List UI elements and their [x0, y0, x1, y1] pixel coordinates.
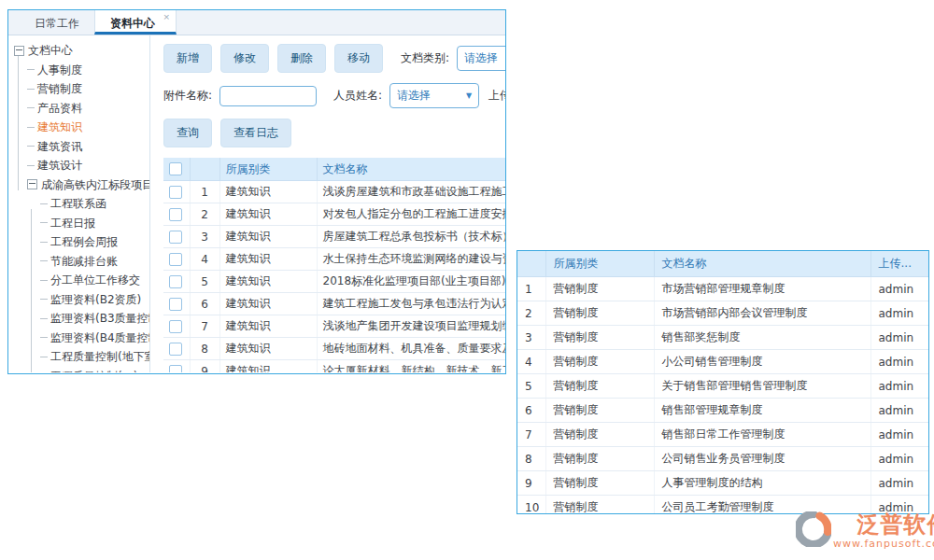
table-row[interactable]: 5建筑知识2018标准化监理项目部(业主项目部)人员... [163, 271, 505, 293]
attachment-name-input[interactable] [219, 86, 317, 106]
tree-item[interactable]: 产品资料 [8, 99, 149, 119]
row-uploader: admin [870, 447, 928, 471]
close-icon[interactable]: × [163, 12, 170, 21]
row-index: 5 [190, 271, 219, 293]
table-row[interactable]: 4建筑知识水土保持生态环境监测网络的建设与资... [163, 248, 505, 271]
upload-date-label-clipped: 上传日期 [488, 88, 505, 104]
tree-item[interactable]: 文档中心 [8, 41, 149, 61]
row-checkbox[interactable] [169, 343, 182, 356]
row-doc-name: 房屋建筑工程总承包投标书（技术标）... [317, 226, 505, 248]
tree-item[interactable]: 工程联系函 [8, 194, 149, 214]
move-button[interactable]: 移动 [334, 44, 383, 73]
table-row[interactable]: 4营销制度小公司销售管理制度admin [517, 350, 928, 374]
tree-item[interactable]: 建筑资讯 [8, 137, 149, 157]
logo-url: www.fanpusoft.com [833, 538, 934, 550]
tree-item[interactable]: 人事制度 [8, 61, 149, 80]
collapse-icon[interactable] [14, 46, 24, 56]
row-doc-name: 2018标准化监理项目部(业主项目部)人员... [317, 271, 505, 293]
tree-item-label: 监理资料(B3质量控制) [50, 309, 150, 329]
tree-tick [27, 127, 35, 128]
doc-category-select[interactable]: 请选择 ▼ [457, 46, 505, 71]
tree-item-label: 建筑知识 [37, 118, 82, 137]
table-row[interactable]: 8营销制度公司销售业务员管理制度admin [517, 447, 928, 471]
row-uploader: admin [870, 471, 928, 496]
tab-data-center-label: 资料中心 [110, 17, 155, 30]
row-category: 营销制度 [545, 374, 654, 399]
row-index: 10 [517, 496, 545, 515]
table-row[interactable]: 6建筑知识建筑工程施工发包与承包违法行为认定... [163, 293, 505, 315]
tree-item[interactable]: 营销制度 [8, 79, 149, 99]
header-index-cell [190, 158, 219, 181]
row-category: 建筑知识 [219, 338, 317, 360]
person-name-label: 人员姓名: [333, 88, 382, 104]
row-doc-name: 销售部日常工作管理制度 [654, 423, 870, 447]
row-index: 6 [517, 399, 545, 423]
table-row[interactable]: 3建筑知识房屋建筑工程总承包投标书（技术标）... [163, 226, 505, 248]
tree-item[interactable]: 成渝高铁内江标段项目 [8, 175, 149, 195]
table-row[interactable]: 9营销制度人事管理制度的结构admin [517, 471, 928, 496]
row-category: 建筑知识 [219, 248, 317, 271]
row-category: 营销制度 [545, 326, 654, 350]
tree-item[interactable]: 节能减排台账 [8, 252, 149, 272]
tree-item[interactable]: 分工单位工作移交 [8, 271, 149, 290]
tree-item[interactable]: 监理资料(B4质量控制) [8, 329, 149, 348]
table-row[interactable]: 1营销制度市场营销部管理规章制度admin [517, 277, 928, 301]
table-row[interactable]: 6营销制度销售部管理规章制度admin [517, 399, 928, 423]
table-row[interactable]: 9建筑知识论大厦新材料、新结构、新技术，新工... [163, 360, 505, 373]
person-name-select[interactable]: 请选择 ▼ [389, 83, 479, 108]
row-checkbox[interactable] [169, 253, 182, 266]
row-index: 8 [517, 447, 545, 471]
doc-category-label: 文档类别: [401, 50, 449, 66]
tree-item[interactable]: 建筑知识 [8, 118, 149, 137]
tree-item-label: 节能减排台账 [50, 252, 118, 272]
row-index: 1 [517, 277, 545, 301]
table-row[interactable]: 2建筑知识对发包人指定分包的工程施工进度安排... [163, 203, 505, 226]
row-checkbox[interactable] [169, 186, 182, 199]
row-index: 8 [190, 338, 219, 360]
view-log-button[interactable]: 查看日志 [220, 119, 291, 147]
row-checkbox[interactable] [169, 365, 182, 372]
collapse-icon[interactable] [27, 179, 37, 189]
tree-tick [40, 357, 48, 357]
row-doc-name: 建筑工程施工发包与承包违法行为认定... [317, 293, 505, 315]
row-doc-name: 公司销售业务员管理制度 [654, 447, 870, 471]
tab-data-center[interactable]: 资料中心 × [94, 10, 177, 35]
row-uploader: admin [870, 374, 928, 399]
tree-tick [27, 146, 35, 147]
row-checkbox[interactable] [169, 298, 182, 311]
delete-button[interactable]: 删除 [277, 44, 326, 73]
tree-item-label: 产品资料 [37, 99, 82, 119]
row-checkbox[interactable] [169, 231, 182, 244]
table-row[interactable]: 2营销制度市场营销部内部会议管理制度admin [517, 301, 928, 326]
fanpu-logo: 泛普软件 www.fanpusoft.com [796, 511, 932, 550]
tree-item[interactable]: 建筑设计 [8, 156, 149, 175]
tree-item[interactable]: 工程质量控制(地下室) [8, 347, 149, 367]
add-button[interactable]: 新增 [163, 44, 212, 73]
row-uploader: admin [870, 326, 928, 350]
tree-item[interactable]: 监理资料(B3质量控制) [8, 309, 149, 329]
tree-item[interactable]: 工程日报 [8, 214, 149, 233]
tree-item[interactable]: 工程例会周报 [8, 232, 149, 252]
tree-item-label: 监理资料(B2资质) [50, 290, 141, 310]
tree-item[interactable]: 监理资料(B2资质) [8, 290, 149, 310]
tree-item-label: 分工单位工作移交 [50, 271, 140, 290]
table-row[interactable]: 7建筑知识浅谈地产集团开发建设项目监理规划编... [163, 315, 505, 338]
tab-daily-work[interactable]: 日常工作 [20, 10, 94, 35]
row-doc-name: 小公司销售管理制度 [654, 350, 870, 374]
row-checkbox[interactable] [169, 275, 182, 288]
toolbar-row-2: 附件名称: 人员姓名: 请选择 ▼ 上传日期 [163, 83, 505, 108]
table-row[interactable]: 7营销制度销售部日常工作管理制度admin [517, 423, 928, 447]
tree-item[interactable]: 工程质量控制(…) [8, 367, 149, 373]
table-row[interactable]: 1建筑知识浅谈房屋建筑和市政基础设施工程施工... [163, 181, 505, 203]
select-all-checkbox[interactable] [169, 162, 182, 175]
row-checkbox-cell [163, 203, 190, 226]
table-row[interactable]: 5营销制度关于销售部管理销售管理制度admin [517, 374, 928, 399]
doc-category-value: 请选择 [464, 50, 498, 66]
table-row[interactable]: 8建筑知识地砖地面材料、机具准备、质量要求及... [163, 338, 505, 360]
row-checkbox[interactable] [169, 208, 182, 221]
tree-item-label: 工程例会周报 [50, 232, 118, 252]
table-row[interactable]: 3营销制度销售部奖惩制度admin [517, 326, 928, 350]
edit-button[interactable]: 修改 [220, 44, 269, 73]
row-checkbox[interactable] [169, 320, 182, 333]
query-button[interactable]: 查询 [163, 119, 212, 147]
